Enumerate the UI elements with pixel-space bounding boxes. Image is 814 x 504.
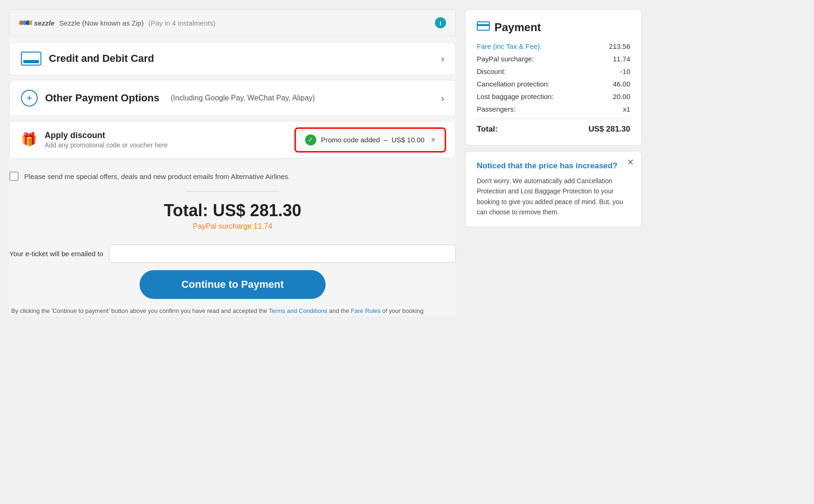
other-payment-icon: +: [21, 90, 38, 106]
promo-code-box: ✓ Promo code added – US$ 10.00 ×: [294, 127, 446, 153]
payment-rows: Fare (inc Tax & Fee): 213.56 PayPal surc…: [477, 42, 630, 113]
payment-summary-icon: [477, 21, 490, 33]
sezzle-row[interactable]: sezzle Sezzle (Now known as Zip) (Pay in…: [9, 9, 456, 36]
email-input[interactable]: [109, 245, 456, 263]
fare-value: 213.56: [609, 42, 630, 50]
newsletter-label: Please send me special offers, deals and…: [24, 172, 290, 180]
sezzle-tagline: (Pay in 4 instalments): [148, 19, 215, 27]
email-label: Your e-ticket will be emailed to: [9, 250, 103, 258]
payment-total-value: US$ 281.30: [588, 125, 630, 134]
footer-prefix: By clicking the 'Continue to payment' bu…: [11, 307, 269, 314]
sezzle-info-icon[interactable]: i: [435, 17, 446, 28]
footer-middle: and the: [327, 307, 351, 314]
cancellation-row: Cancellation protection: 46.00: [477, 80, 630, 88]
credit-debit-label: Credit and Debit Card: [49, 53, 154, 65]
newsletter-checkbox[interactable]: [9, 172, 19, 181]
footer-suffix: of your booking: [380, 307, 424, 314]
right-panel: Payment Fare (inc Tax & Fee): 213.56 Pay…: [465, 9, 642, 227]
paypal-label: PayPal surcharge:: [477, 55, 534, 63]
discount-subtitle: Add any promotional code or voucher here: [45, 141, 168, 149]
payment-summary-title: Payment: [494, 21, 541, 34]
passengers-row: Passengers: x1: [477, 105, 630, 113]
discount-title: Apply discount: [45, 131, 168, 140]
promo-check-icon: ✓: [305, 134, 316, 146]
newsletter-checkbox-row: Please send me special offers, deals and…: [9, 166, 456, 186]
payment-summary-card: Payment Fare (inc Tax & Fee): 213.56 Pay…: [465, 9, 642, 146]
promo-text: Promo code added – US$ 10.00: [321, 136, 425, 144]
passengers-label: Passengers:: [477, 105, 515, 113]
other-payment-option[interactable]: + Other Payment Options (Including Googl…: [9, 80, 456, 116]
promo-close-button[interactable]: ×: [431, 136, 435, 144]
price-notice-card: ✕ Noticed that the price has increased? …: [465, 151, 642, 227]
payment-divider: [477, 119, 630, 119]
cancellation-label: Cancellation protection:: [477, 80, 550, 88]
baggage-label: Lost baggage protection:: [477, 93, 554, 100]
sezzle-icon: [19, 18, 32, 27]
paypal-surcharge: PayPal surcharge:11.74: [9, 222, 456, 231]
payment-total-row: Total: US$ 281.30: [477, 125, 630, 134]
fare-rules-link[interactable]: Fare Rules: [351, 307, 380, 314]
paypal-value: 11.74: [613, 55, 630, 63]
other-payment-sublabel: (Including Google Pay, WeChat Pay, Alipa…: [171, 94, 315, 102]
credit-debit-card-option[interactable]: Credit and Debit Card ›: [9, 42, 456, 75]
passengers-value: x1: [623, 105, 630, 113]
discount-text-block: Apply discount Add any promotional code …: [45, 131, 168, 149]
credit-debit-left: Credit and Debit Card: [21, 52, 154, 66]
other-payment-left: + Other Payment Options (Including Googl…: [21, 90, 315, 106]
baggage-row: Lost baggage protection: 20.00: [477, 93, 630, 100]
email-row: Your e-ticket will be emailed to: [9, 245, 456, 263]
other-payment-label: Other Payment Options: [45, 92, 160, 104]
gift-icon: 🎁: [21, 132, 37, 147]
fare-row: Fare (inc Tax & Fee): 213.56: [477, 42, 630, 50]
discount-row: Discount: -10: [477, 67, 630, 75]
credit-debit-chevron: ›: [441, 53, 444, 64]
footer-disclaimer: By clicking the 'Continue to payment' bu…: [9, 306, 456, 316]
divider: [186, 191, 279, 192]
payment-total-label: Total:: [477, 125, 498, 134]
payment-summary-header: Payment: [477, 21, 630, 34]
discount-section: 🎁 Apply discount Add any promotional cod…: [9, 121, 456, 159]
total-section: Total: US$ 281.30 PayPal surcharge:11.74: [9, 196, 456, 235]
terms-link[interactable]: Terms and Conditions: [269, 307, 327, 314]
baggage-value: 20.00: [613, 93, 630, 100]
discount-label: Discount:: [477, 67, 506, 75]
svg-rect-5: [477, 24, 489, 26]
fare-label[interactable]: Fare (inc Tax & Fee):: [477, 42, 542, 50]
discount-value: -10: [620, 67, 630, 75]
sezzle-logo: sezzle: [19, 18, 54, 27]
sezzle-name: Sezzle (Now known as Zip): [59, 19, 144, 27]
total-label: Total: US$ 281.30: [9, 201, 456, 220]
credit-card-icon: [21, 52, 41, 66]
other-payment-chevron: ›: [441, 93, 444, 104]
price-notice-title: Noticed that the price has increased?: [477, 161, 630, 171]
cancellation-value: 46.00: [613, 80, 630, 88]
price-notice-text: Don't worry. We automatically add Cancel…: [477, 176, 630, 218]
continue-to-payment-button[interactable]: Continue to Payment: [140, 270, 326, 299]
sezzle-brand-name: sezzle: [34, 19, 54, 27]
paypal-row: PayPal surcharge: 11.74: [477, 55, 630, 63]
price-notice-close-button[interactable]: ✕: [627, 157, 634, 167]
